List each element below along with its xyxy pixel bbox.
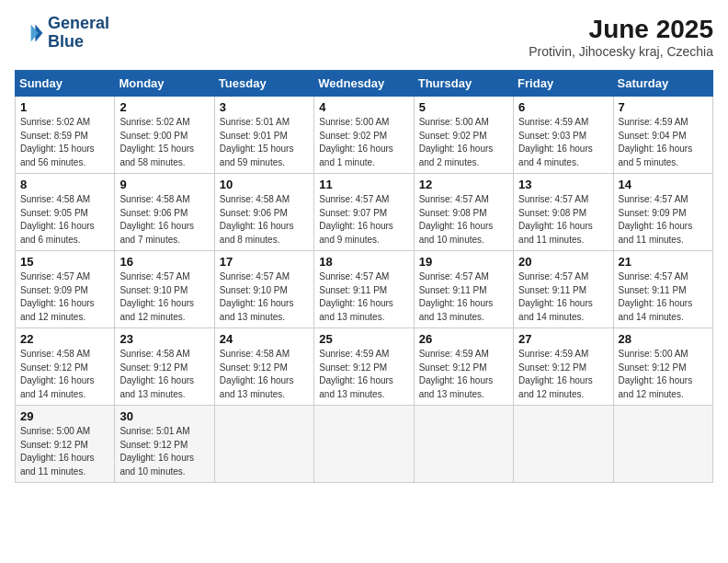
- day-info: Sunrise: 4:57 AM Sunset: 9:11 PM Dayligh…: [518, 270, 608, 324]
- day-number: 2: [119, 100, 209, 114]
- day-number: 11: [319, 178, 408, 191]
- page-header: General Blue June 2025 Protivin, Jihoces…: [15, 15, 713, 59]
- day-number: 29: [20, 409, 109, 423]
- logo-text: General Blue: [48, 15, 109, 52]
- day-number: 12: [419, 178, 508, 191]
- empty-cell: [314, 406, 414, 483]
- calendar-week-row: 1Sunrise: 5:02 AM Sunset: 8:59 PM Daylig…: [16, 97, 713, 174]
- calendar-subtitle: Protivin, Jihocesky kraj, Czechia: [529, 44, 713, 59]
- day-info: Sunrise: 4:58 AM Sunset: 9:06 PM Dayligh…: [119, 193, 209, 247]
- day-info: Sunrise: 4:58 AM Sunset: 9:12 PM Dayligh…: [20, 348, 109, 401]
- table-row: 14Sunrise: 4:57 AM Sunset: 9:09 PM Dayli…: [613, 174, 712, 251]
- day-info: Sunrise: 4:58 AM Sunset: 9:12 PM Dayligh…: [220, 348, 309, 401]
- calendar-week-row: 15Sunrise: 4:57 AM Sunset: 9:09 PM Dayli…: [16, 251, 713, 328]
- table-row: 17Sunrise: 4:57 AM Sunset: 9:10 PM Dayli…: [214, 251, 313, 328]
- table-row: 2Sunrise: 5:02 AM Sunset: 9:00 PM Daylig…: [115, 97, 214, 174]
- empty-cell: [514, 406, 613, 483]
- calendar-week-row: 8Sunrise: 4:58 AM Sunset: 9:05 PM Daylig…: [16, 174, 713, 251]
- table-row: 12Sunrise: 4:57 AM Sunset: 9:08 PM Dayli…: [414, 174, 513, 251]
- table-row: 18Sunrise: 4:57 AM Sunset: 9:11 PM Dayli…: [314, 251, 414, 328]
- table-row: 16Sunrise: 4:57 AM Sunset: 9:10 PM Dayli…: [115, 251, 214, 328]
- day-info: Sunrise: 5:01 AM Sunset: 9:12 PM Dayligh…: [119, 425, 209, 478]
- table-row: 6Sunrise: 4:59 AM Sunset: 9:03 PM Daylig…: [514, 97, 613, 174]
- day-info: Sunrise: 4:58 AM Sunset: 9:05 PM Dayligh…: [20, 193, 109, 247]
- day-info: Sunrise: 5:00 AM Sunset: 9:02 PM Dayligh…: [419, 116, 508, 169]
- day-info: Sunrise: 4:57 AM Sunset: 9:08 PM Dayligh…: [419, 193, 508, 247]
- day-info: Sunrise: 4:59 AM Sunset: 9:12 PM Dayligh…: [518, 348, 608, 401]
- day-number: 30: [119, 409, 209, 423]
- day-number: 25: [319, 332, 408, 346]
- day-number: 23: [119, 332, 209, 346]
- empty-cell: [613, 406, 712, 483]
- table-row: 5Sunrise: 5:00 AM Sunset: 9:02 PM Daylig…: [414, 97, 513, 174]
- table-row: 30Sunrise: 5:01 AM Sunset: 9:12 PM Dayli…: [115, 406, 214, 483]
- day-number: 19: [419, 255, 508, 269]
- day-info: Sunrise: 5:00 AM Sunset: 9:02 PM Dayligh…: [319, 116, 408, 169]
- table-row: 7Sunrise: 4:59 AM Sunset: 9:04 PM Daylig…: [613, 97, 712, 174]
- day-info: Sunrise: 4:59 AM Sunset: 9:12 PM Dayligh…: [319, 348, 408, 401]
- day-number: 9: [119, 178, 209, 191]
- table-row: 20Sunrise: 4:57 AM Sunset: 9:11 PM Dayli…: [514, 251, 613, 328]
- calendar-table: Sunday Monday Tuesday Wednesday Thursday…: [15, 70, 713, 483]
- day-info: Sunrise: 4:57 AM Sunset: 9:07 PM Dayligh…: [319, 193, 408, 247]
- calendar-title: June 2025: [529, 15, 713, 44]
- day-info: Sunrise: 4:57 AM Sunset: 9:11 PM Dayligh…: [419, 270, 508, 324]
- day-number: 22: [20, 332, 109, 346]
- day-info: Sunrise: 4:57 AM Sunset: 9:10 PM Dayligh…: [119, 270, 209, 324]
- table-row: 21Sunrise: 4:57 AM Sunset: 9:11 PM Dayli…: [613, 251, 712, 328]
- day-info: Sunrise: 5:02 AM Sunset: 8:59 PM Dayligh…: [20, 116, 109, 169]
- table-row: 25Sunrise: 4:59 AM Sunset: 9:12 PM Dayli…: [314, 328, 414, 406]
- day-info: Sunrise: 4:57 AM Sunset: 9:09 PM Dayligh…: [619, 193, 708, 247]
- day-number: 14: [619, 178, 708, 191]
- table-row: 27Sunrise: 4:59 AM Sunset: 9:12 PM Dayli…: [514, 328, 613, 406]
- day-info: Sunrise: 4:59 AM Sunset: 9:03 PM Dayligh…: [518, 116, 608, 169]
- day-info: Sunrise: 4:57 AM Sunset: 9:09 PM Dayligh…: [20, 270, 109, 324]
- day-number: 18: [319, 255, 408, 269]
- day-info: Sunrise: 5:02 AM Sunset: 9:00 PM Dayligh…: [119, 116, 209, 169]
- day-number: 26: [419, 332, 508, 346]
- header-wednesday: Wednesday: [314, 71, 414, 97]
- day-number: 16: [119, 255, 209, 269]
- header-thursday: Thursday: [414, 71, 513, 97]
- day-number: 13: [518, 178, 608, 191]
- table-row: 3Sunrise: 5:01 AM Sunset: 9:01 PM Daylig…: [214, 97, 313, 174]
- header-sunday: Sunday: [16, 71, 115, 97]
- day-number: 21: [619, 255, 708, 269]
- day-number: 24: [220, 332, 309, 346]
- day-number: 20: [518, 255, 608, 269]
- day-info: Sunrise: 4:59 AM Sunset: 9:04 PM Dayligh…: [619, 116, 708, 169]
- day-info: Sunrise: 4:59 AM Sunset: 9:12 PM Dayligh…: [419, 348, 508, 401]
- table-row: 1Sunrise: 5:02 AM Sunset: 8:59 PM Daylig…: [16, 97, 115, 174]
- table-row: 22Sunrise: 4:58 AM Sunset: 9:12 PM Dayli…: [16, 328, 115, 406]
- empty-cell: [414, 406, 513, 483]
- day-number: 10: [220, 178, 309, 191]
- day-info: Sunrise: 4:58 AM Sunset: 9:06 PM Dayligh…: [220, 193, 309, 247]
- calendar-title-area: June 2025 Protivin, Jihocesky kraj, Czec…: [529, 15, 713, 59]
- header-tuesday: Tuesday: [214, 71, 313, 97]
- table-row: 23Sunrise: 4:58 AM Sunset: 9:12 PM Dayli…: [115, 328, 214, 406]
- header-friday: Friday: [514, 71, 613, 97]
- day-info: Sunrise: 4:57 AM Sunset: 9:11 PM Dayligh…: [319, 270, 408, 324]
- calendar-week-row: 29Sunrise: 5:00 AM Sunset: 9:12 PM Dayli…: [16, 406, 713, 483]
- table-row: 11Sunrise: 4:57 AM Sunset: 9:07 PM Dayli…: [314, 174, 414, 251]
- table-row: 19Sunrise: 4:57 AM Sunset: 9:11 PM Dayli…: [414, 251, 513, 328]
- day-number: 3: [220, 100, 309, 114]
- table-row: 28Sunrise: 5:00 AM Sunset: 9:12 PM Dayli…: [613, 328, 712, 406]
- table-row: 13Sunrise: 4:57 AM Sunset: 9:08 PM Dayli…: [514, 174, 613, 251]
- weekday-header-row: Sunday Monday Tuesday Wednesday Thursday…: [16, 71, 713, 97]
- table-row: 8Sunrise: 4:58 AM Sunset: 9:05 PM Daylig…: [16, 174, 115, 251]
- day-number: 28: [619, 332, 708, 346]
- day-info: Sunrise: 5:01 AM Sunset: 9:01 PM Dayligh…: [220, 116, 309, 169]
- day-number: 6: [518, 100, 608, 114]
- day-number: 8: [20, 178, 109, 191]
- day-number: 5: [419, 100, 508, 114]
- header-saturday: Saturday: [613, 71, 712, 97]
- day-info: Sunrise: 4:57 AM Sunset: 9:08 PM Dayligh…: [518, 193, 608, 247]
- table-row: 26Sunrise: 4:59 AM Sunset: 9:12 PM Dayli…: [414, 328, 513, 406]
- day-info: Sunrise: 4:58 AM Sunset: 9:12 PM Dayligh…: [119, 348, 209, 401]
- day-info: Sunrise: 4:57 AM Sunset: 9:11 PM Dayligh…: [619, 270, 708, 324]
- header-monday: Monday: [115, 71, 214, 97]
- table-row: 4Sunrise: 5:00 AM Sunset: 9:02 PM Daylig…: [314, 97, 414, 174]
- table-row: 24Sunrise: 4:58 AM Sunset: 9:12 PM Dayli…: [214, 328, 313, 406]
- logo-icon: [15, 18, 44, 48]
